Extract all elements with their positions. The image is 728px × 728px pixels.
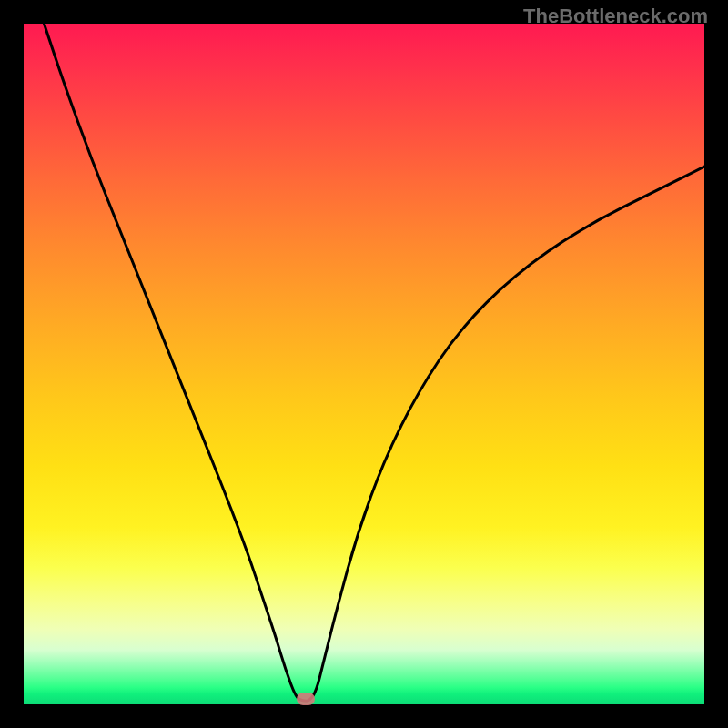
watermark-text: TheBottleneck.com (523, 5, 708, 28)
plot-area (24, 24, 704, 704)
optimal-point-marker (297, 693, 315, 705)
bottleneck-curve (44, 24, 704, 701)
chart-frame: TheBottleneck.com (0, 0, 728, 728)
curve-svg (24, 24, 704, 704)
